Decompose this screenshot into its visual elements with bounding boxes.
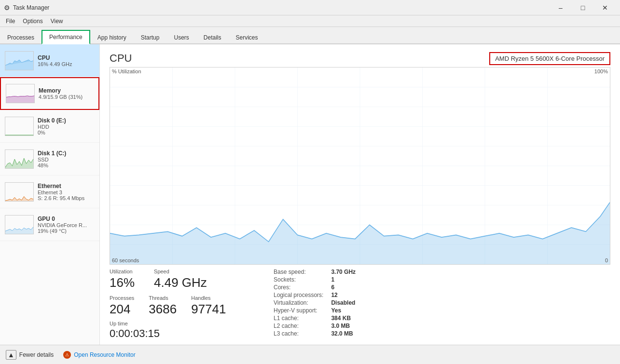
info-table: Base speed: 3.70 GHz Sockets: 1 Cores: 6… <box>274 269 356 337</box>
tab-users[interactable]: Users <box>166 31 196 44</box>
info-value-5: Yes <box>331 307 356 314</box>
svg-marker-5 <box>5 227 33 233</box>
cpu-title: CPU <box>38 54 95 61</box>
speed-label: Speed <box>154 269 207 274</box>
info-label-4: Virtualization: <box>274 299 323 306</box>
sidebar-item-gpu0[interactable]: GPU 0 NVIDIA GeForce R... 19% (49 °C) <box>0 208 99 241</box>
utilization-stat: Utilization 16% <box>110 269 135 290</box>
speed-stat: Speed 4.49 GHz <box>154 269 207 290</box>
speed-value: 4.49 GHz <box>154 275 207 290</box>
chart-min-label: 0 <box>605 257 608 263</box>
svg-marker-3 <box>5 158 33 168</box>
info-label-1: Sockets: <box>274 276 323 283</box>
memory-info: Memory 4.9/15.9 GB (31%) <box>39 87 94 100</box>
gpu0-sub: NVIDIA GeForce R... <box>38 222 95 228</box>
info-label-6: L1 cache: <box>274 315 323 322</box>
disk1-sub: SSD <box>38 157 95 162</box>
cpu-sub: 16% 4.49 GHz <box>38 61 95 67</box>
chart-max-label: 100% <box>594 68 608 74</box>
stats-row-2: Processes 204 Threads 3686 Handles 97741 <box>110 295 274 317</box>
disk1-thumbnail <box>5 149 34 169</box>
resource-monitor-icon: ⚠ <box>63 351 71 359</box>
gpu0-val: 19% (49 °C) <box>38 228 95 234</box>
sidebar-item-cpu[interactable]: CPU 16% 4.49 GHz <box>0 44 99 77</box>
sidebar-item-ethernet[interactable]: Ethernet Ethernet 3 S: 2.6 R: 95.4 Mbps <box>0 175 99 208</box>
disk0-thumbnail <box>5 117 34 136</box>
info-label-3: Logical processors: <box>274 292 323 298</box>
info-value-2: 6 <box>331 284 356 291</box>
sidebar-item-memory[interactable]: Memory 4.9/15.9 GB (31%) <box>0 77 99 110</box>
fewer-details-button[interactable]: ▲ Fewer details <box>6 350 54 360</box>
disk0-title: Disk 0 (E:) <box>38 117 95 124</box>
info-value-6: 384 KB <box>331 315 356 322</box>
info-value-8: 32.0 MB <box>331 330 356 337</box>
close-button[interactable]: ✕ <box>594 0 616 15</box>
minimize-button[interactable]: – <box>550 0 572 15</box>
panel-title: CPU <box>110 52 132 65</box>
disk0-sub: HDD <box>38 124 95 130</box>
main-content: CPU 16% 4.49 GHz Memory 4.9/15.9 GB (31%… <box>0 44 620 345</box>
disk0-info: Disk 0 (E:) HDD 0% <box>38 117 95 135</box>
utilization-label: Utilization <box>110 269 135 274</box>
bottom-bar: ▲ Fewer details ⚠ Open Resource Monitor <box>0 345 620 364</box>
info-value-3: 12 <box>331 292 356 298</box>
open-resource-monitor-label: Open Resource Monitor <box>74 351 135 358</box>
sidebar-item-disk1[interactable]: Disk 1 (C:) SSD 48% <box>0 143 99 175</box>
ethernet-val: S: 2.6 R: 95.4 Mbps <box>38 195 95 201</box>
title-bar-controls: – □ ✕ <box>550 0 616 15</box>
threads-value: 3686 <box>149 302 177 317</box>
chart-time-label: 60 seconds <box>112 257 139 263</box>
ethernet-thumbnail <box>5 182 34 202</box>
disk1-title: Disk 1 (C:) <box>38 150 95 157</box>
info-label-8: L3 cache: <box>274 330 323 337</box>
processes-value: 204 <box>110 302 134 317</box>
tab-app-history[interactable]: App history <box>90 31 134 44</box>
fewer-details-label: Fewer details <box>19 351 54 358</box>
menu-options[interactable]: Options <box>19 17 46 26</box>
ethernet-info: Ethernet Ethernet 3 S: 2.6 R: 95.4 Mbps <box>38 183 95 201</box>
threads-label: Threads <box>149 295 177 301</box>
menu-view[interactable]: View <box>47 17 67 26</box>
info-value-7: 3.0 MB <box>331 323 356 329</box>
processes-stat: Processes 204 <box>110 295 134 317</box>
menu-file[interactable]: File <box>2 17 19 26</box>
cpu-thumbnail <box>5 51 34 70</box>
open-resource-monitor-button[interactable]: ⚠ Open Resource Monitor <box>63 351 135 359</box>
app-title: Task Manager <box>13 4 49 11</box>
tab-performance[interactable]: Performance <box>41 30 90 44</box>
handles-stat: Handles 97741 <box>191 295 226 317</box>
stats-left: Utilization 16% Speed 4.49 GHz Processes… <box>110 269 274 340</box>
sidebar-item-disk0[interactable]: Disk 0 (E:) HDD 0% <box>0 110 99 143</box>
disk0-val: 0% <box>38 130 95 135</box>
handles-value: 97741 <box>191 302 226 317</box>
memory-thumbnail <box>6 84 35 103</box>
utilization-value: 16% <box>110 275 135 290</box>
uptime-value: 0:00:03:15 <box>110 327 274 340</box>
chevron-up-icon: ▲ <box>6 350 16 360</box>
gpu0-info: GPU 0 NVIDIA GeForce R... 19% (49 °C) <box>38 216 95 234</box>
info-label-5: Hyper-V support: <box>274 307 323 314</box>
tab-details[interactable]: Details <box>196 31 229 44</box>
processor-name: AMD Ryzen 5 5600X 6-Core Processor <box>489 52 610 65</box>
threads-stat: Threads 3686 <box>149 295 177 317</box>
tab-processes[interactable]: Processes <box>0 31 41 44</box>
sidebar: CPU 16% 4.49 GHz Memory 4.9/15.9 GB (31%… <box>0 44 100 345</box>
gpu0-title: GPU 0 <box>38 216 95 222</box>
uptime-label: Up time <box>110 321 274 326</box>
right-panel: CPU AMD Ryzen 5 5600X 6-Core Processor %… <box>100 44 620 345</box>
menu-bar: File Options View <box>0 15 620 27</box>
memory-title: Memory <box>39 87 94 94</box>
info-label-0: Base speed: <box>274 269 323 275</box>
memory-sub: 4.9/15.9 GB (31%) <box>39 94 94 100</box>
gpu0-thumbnail <box>5 215 34 234</box>
disk1-info: Disk 1 (C:) SSD 48% <box>38 150 95 168</box>
maximize-button[interactable]: □ <box>572 0 594 15</box>
info-value-1: 1 <box>331 276 356 283</box>
handles-label: Handles <box>191 295 226 301</box>
app-icon: ⚙ <box>4 4 10 12</box>
svg-marker-0 <box>5 60 33 70</box>
tab-services[interactable]: Services <box>229 31 265 44</box>
ethernet-title: Ethernet <box>38 183 95 189</box>
info-label-7: L2 cache: <box>274 323 323 329</box>
tab-startup[interactable]: Startup <box>134 31 167 44</box>
